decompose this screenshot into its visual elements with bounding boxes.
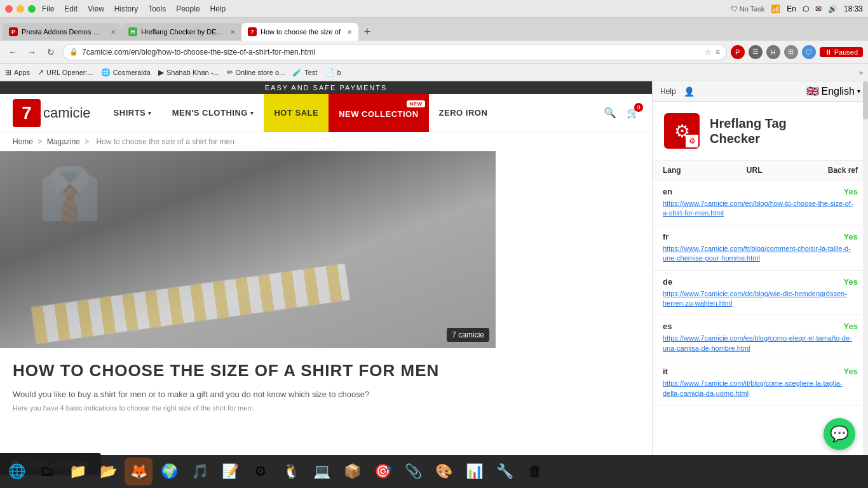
- nav-shirts[interactable]: SHIRTS ▾: [104, 94, 162, 132]
- whatsapp-button[interactable]: 💬: [824, 418, 855, 450]
- hreflang-yes-de: Yes: [844, 277, 858, 287]
- ext-help-link[interactable]: Help: [660, 87, 676, 96]
- hreflang-row-en-top: en Yes: [663, 187, 858, 196]
- tab-3-favicon: 7: [248, 27, 257, 36]
- taskbar-item-17[interactable]: 🗑: [521, 458, 549, 485]
- hreflang-url-de[interactable]: https://www.7camicie.com/de/blog/wie-die…: [663, 289, 858, 309]
- site-header: 7 camicie SHIRTS ▾ MEN'S CLOTHING ▾ HOT …: [0, 94, 652, 132]
- address-bar[interactable]: 🔒 7camicie.com/en/blog/how-to-choose-the…: [62, 44, 727, 60]
- ext-shield-icon[interactable]: 🛡: [802, 45, 816, 59]
- hreflang-title-line1: Hreflang Tag: [710, 116, 787, 131]
- menu-tools[interactable]: Tools: [148, 4, 166, 13]
- bookmark-online-store[interactable]: ✏ Online store o...: [227, 68, 285, 77]
- tab-1[interactable]: P Presta Addons Demos St... ✕: [3, 23, 122, 41]
- breadcrumb-current: How to choose the size of a shirt for me…: [96, 137, 234, 146]
- taskbar-item-10[interactable]: 💻: [308, 458, 336, 485]
- cart-icon[interactable]: 🛒 0: [627, 107, 639, 119]
- taskbar-item-16[interactable]: 🔧: [491, 458, 519, 485]
- ext-lang-label: English: [822, 86, 855, 97]
- nav-mens-clothing[interactable]: MEN'S CLOTHING ▾: [162, 94, 264, 132]
- scrollbar[interactable]: [863, 81, 868, 455]
- hreflang-url-en[interactable]: https://www.7camicie.com/en/blog/how-to-…: [663, 199, 858, 219]
- search-icon[interactable]: 🔍: [604, 107, 616, 119]
- pause-button[interactable]: ⏸ Paused: [820, 47, 863, 57]
- address-bar-icons: ☆ ≡: [705, 48, 720, 57]
- reader-icon[interactable]: ≡: [715, 48, 720, 57]
- taskbar-item-8[interactable]: ⚙: [247, 458, 275, 485]
- ext-h-icon[interactable]: H: [766, 45, 780, 59]
- breadcrumb-magazine[interactable]: Magazine: [47, 137, 80, 146]
- taskbar-item-15[interactable]: 📊: [460, 458, 488, 485]
- taskbar-item-12[interactable]: 🎯: [369, 458, 397, 485]
- tab-2-close[interactable]: ✕: [230, 29, 235, 36]
- taskbar-item-2[interactable]: 📁: [64, 458, 92, 485]
- taskbar-item-5[interactable]: 🌍: [155, 458, 183, 485]
- menu-people[interactable]: People: [176, 4, 200, 13]
- bookmark-b-label: b: [337, 69, 341, 76]
- ext-icon-notification[interactable]: P: [731, 45, 745, 59]
- taskbar: 🌐 🗂 📁 📂 🦊 🌍 🎵 📝 ⚙ 🐧 💻 📦 🎯 📎 🎨 📊 🔧 🗑: [0, 455, 868, 488]
- taskbar-item-0[interactable]: 🌐: [3, 458, 31, 485]
- menu-edit[interactable]: Edit: [64, 4, 78, 13]
- ext-lang-selector[interactable]: 🇬🇧 English ▾: [806, 85, 860, 97]
- taskbar-item-11[interactable]: 📦: [338, 458, 366, 485]
- hero-image: 👔 7 camicie: [0, 151, 496, 348]
- hreflang-url-fr[interactable]: https://www.7camicie.com/fr/blog/comment…: [663, 244, 858, 264]
- taskbar-item-7[interactable]: 📝: [216, 458, 244, 485]
- ext-addon-icon[interactable]: ⊞: [784, 45, 798, 59]
- refresh-button[interactable]: ↻: [43, 44, 58, 60]
- bookmark-test[interactable]: 🧪 Test: [292, 68, 317, 77]
- hreflang-row-de-top: de Yes: [663, 277, 858, 287]
- hreflang-url-it[interactable]: https://www.7camicie.com/it/blog/come-sc…: [663, 379, 858, 398]
- menu-history[interactable]: History: [114, 4, 138, 13]
- maximize-button[interactable]: [28, 5, 36, 13]
- nav-new-collection[interactable]: NEW COLLECTION New: [329, 94, 428, 132]
- menu-help[interactable]: Help: [210, 4, 226, 13]
- breadcrumb-home[interactable]: Home: [13, 137, 33, 146]
- main-content-area: EASY AND SAFE PAYMENTS 7 camicie SHIRTS …: [0, 81, 868, 455]
- tab-1-close[interactable]: ✕: [111, 29, 116, 36]
- back-button[interactable]: ←: [5, 44, 20, 60]
- minimize-button[interactable]: [17, 5, 24, 13]
- test-icon: 🧪: [292, 68, 302, 77]
- taskbar-item-9[interactable]: 🐧: [277, 458, 305, 485]
- taskbar-item-1[interactable]: 🗂: [33, 458, 61, 485]
- new-tab-button[interactable]: +: [358, 23, 376, 41]
- bookmark-apps-label: Apps: [14, 69, 30, 76]
- site-logo[interactable]: 7 camicie: [13, 99, 91, 127]
- nav-hot-sale[interactable]: HOT SALE: [264, 94, 329, 132]
- bookmark-url-opener[interactable]: ↗ URL Opener:...: [37, 68, 93, 77]
- window-controls[interactable]: [5, 5, 36, 13]
- hreflang-lang-en: en: [663, 187, 672, 196]
- col-url-header: URL: [747, 166, 763, 175]
- nav-shirts-label: SHIRTS: [114, 108, 146, 118]
- taskbar-item-3[interactable]: 📂: [94, 458, 122, 485]
- taskbar-item-13[interactable]: 📎: [399, 458, 427, 485]
- tab-3-close[interactable]: ✕: [347, 29, 352, 36]
- hreflang-rows: en Yes https://www.7camicie.com/en/blog/…: [653, 180, 868, 405]
- ext-menu-icon[interactable]: ☰: [749, 45, 763, 59]
- forward-button[interactable]: →: [24, 44, 39, 60]
- bookmark-apps[interactable]: ⊞ Apps: [5, 68, 30, 77]
- ext-user-icon[interactable]: 👤: [684, 86, 695, 97]
- tab-1-favicon: P: [9, 27, 18, 36]
- taskbar-item-4[interactable]: 🦊: [125, 458, 153, 485]
- nav-zero-iron[interactable]: ZERO IRON: [429, 94, 498, 132]
- scrollbar-thumb[interactable]: [863, 81, 868, 119]
- bookmark-shahab[interactable]: ▶ Shahab Khan -...: [158, 68, 219, 77]
- hreflang-url-es[interactable]: https://www.7camicie.com/es/blog/como-el…: [663, 334, 858, 353]
- close-button[interactable]: [5, 5, 13, 13]
- menu-view[interactable]: View: [88, 4, 104, 13]
- tab-2[interactable]: H Hreflang Checker by DEJ... ✕: [122, 23, 241, 41]
- tab-3[interactable]: 7 How to choose the size of ✕: [241, 23, 358, 41]
- bookmarks-more[interactable]: »: [859, 69, 863, 76]
- bookmark-star-icon[interactable]: ☆: [705, 48, 712, 57]
- taskbar-item-6[interactable]: 🎵: [186, 458, 214, 485]
- hreflang-yes-fr: Yes: [844, 232, 858, 241]
- wifi-icon: 📶: [771, 4, 780, 13]
- hreflang-row-fr: fr Yes https://www.7camicie.com/fr/blog/…: [653, 226, 868, 271]
- bookmark-b[interactable]: 📄 b: [325, 68, 341, 77]
- taskbar-item-14[interactable]: 🎨: [430, 458, 458, 485]
- menu-file[interactable]: File: [42, 4, 54, 13]
- bookmark-cosmeralda[interactable]: 🌐 Cosmeralda: [101, 68, 151, 77]
